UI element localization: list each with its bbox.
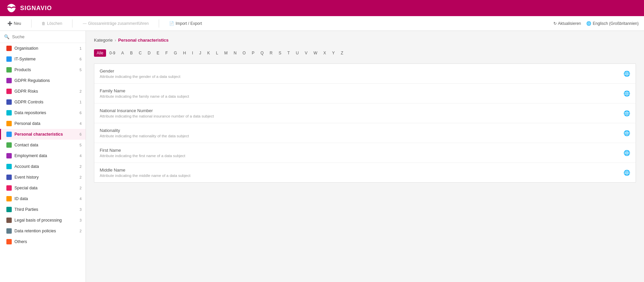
breadcrumb-separator: › (115, 38, 116, 43)
entry-item-2[interactable]: National Insurance Number Attribute indi… (94, 103, 636, 123)
alpha-btn-p[interactable]: P (249, 49, 257, 57)
entry-content-1: Family Name Attribute indicating the fam… (100, 88, 624, 98)
sidebar-count-account-data: 2 (80, 164, 82, 169)
search-bar[interactable]: 🔍 (0, 31, 86, 43)
new-icon: ➕ (7, 21, 12, 26)
alpha-btn-alle[interactable]: Alle (94, 49, 106, 57)
entry-item-1[interactable]: Family Name Attribute indicating the fam… (94, 84, 636, 103)
entry-content-5: Middle Name Attribute indicating the mid… (100, 168, 624, 178)
alpha-btn-b[interactable]: B (127, 49, 135, 57)
sidebar-item-id-data[interactable]: ID data 4 (0, 193, 86, 204)
sidebar-label-others: Others (14, 239, 80, 244)
alpha-btn-h[interactable]: H (180, 49, 189, 57)
alpha-btn-t[interactable]: T (285, 49, 292, 57)
sidebar-item-it-systeme[interactable]: IT-Systeme 6 (0, 54, 86, 64)
merge-button[interactable]: ⸻ Glossareinträge zusammenführen (81, 20, 151, 27)
alpha-btn-o[interactable]: O (240, 49, 248, 57)
alpha-btn-09[interactable]: 0-9 (107, 49, 118, 57)
alpha-btn-a[interactable]: A (118, 49, 127, 57)
alpha-btn-l[interactable]: L (213, 49, 221, 57)
sidebar-item-gdpr-controls[interactable]: GDPR Controls 1 (0, 97, 86, 107)
search-icon: 🔍 (4, 34, 9, 39)
alpha-btn-u[interactable]: U (293, 49, 302, 57)
sidebar-item-personal-data[interactable]: Personal data 4 (0, 118, 86, 129)
alpha-btn-w[interactable]: W (311, 49, 320, 57)
entry-item-5[interactable]: Middle Name Attribute indicating the mid… (94, 163, 636, 182)
sidebar-icon-gdpr-risks (6, 89, 12, 94)
alpha-btn-q[interactable]: Q (258, 49, 266, 57)
merge-icon: ⸻ (83, 21, 87, 26)
sidebar-count-employment-data: 4 (80, 154, 82, 158)
alpha-btn-x[interactable]: X (321, 49, 329, 57)
sidebar-count-third-parties: 3 (80, 207, 82, 211)
sidebar-count-id-data: 4 (80, 197, 82, 201)
alpha-btn-r[interactable]: R (267, 49, 276, 57)
sidebar-label-gdpr-regulations: GDPR Regulations (14, 78, 80, 83)
entry-desc-1: Attribute indicating the family name of … (100, 94, 624, 98)
sidebar-count-contact-data: 5 (80, 143, 82, 147)
sidebar-item-third-parties[interactable]: Third Parties 3 (0, 204, 86, 215)
sidebar-item-others[interactable]: Others (0, 236, 86, 247)
sidebar-item-account-data[interactable]: Account data 2 (0, 161, 86, 172)
entry-item-3[interactable]: Nationality Attribute indicating the nat… (94, 123, 636, 143)
alpha-btn-j[interactable]: J (196, 49, 204, 57)
sidebar-icon-products (6, 67, 12, 73)
sidebar-item-event-history[interactable]: Event history 2 (0, 172, 86, 183)
entry-item-4[interactable]: First Name Attribute indicating the firs… (94, 143, 636, 163)
refresh-button[interactable]: ↻ Aktualisieren (553, 21, 581, 26)
entry-title-5: Middle Name (100, 168, 624, 173)
alpha-btn-s[interactable]: S (276, 49, 284, 57)
language-button[interactable]: 🌐 Englisch (Großbritannien) (586, 21, 639, 26)
sidebar-item-legal-basis[interactable]: Legal basis of processing 3 (0, 215, 86, 226)
sidebar-icon-gdpr-regulations (6, 78, 12, 83)
alpha-btn-y[interactable]: Y (330, 49, 338, 57)
sidebar-label-gdpr-risks: GDPR Risks (14, 89, 78, 94)
sidebar-icon-special-data (6, 185, 12, 191)
toolbar-divider-3 (159, 19, 159, 28)
logo: SIGNAVIO (5, 2, 52, 14)
alpha-btn-g[interactable]: G (171, 49, 180, 57)
sidebar-label-gdpr-controls: GDPR Controls (14, 100, 78, 104)
alpha-btn-d[interactable]: D (145, 49, 153, 57)
alpha-btn-i[interactable]: I (189, 49, 196, 57)
sidebar-item-organisation[interactable]: Organisation 1 (0, 43, 86, 54)
new-button[interactable]: ➕ Neu (5, 20, 23, 27)
entry-title-3: Nationality (100, 128, 624, 133)
import-export-button[interactable]: 📄 Import / Export (167, 20, 204, 27)
alpha-btn-k[interactable]: K (204, 49, 212, 57)
sidebar-count-personal-characteristics: 6 (80, 132, 82, 136)
sidebar-label-personal-data: Personal data (14, 121, 78, 126)
alpha-btn-m[interactable]: M (221, 49, 230, 57)
alpha-btn-c[interactable]: C (136, 49, 144, 57)
sidebar-label-special-data: Special data (14, 186, 78, 190)
sidebar-item-data-repositories[interactable]: Data repositories 6 (0, 107, 86, 118)
sidebar-label-personal-characteristics: Personal characteristics (14, 132, 78, 137)
toolbar-divider-2 (72, 19, 72, 28)
sidebar-item-special-data[interactable]: Special data 2 (0, 183, 86, 193)
search-input[interactable] (12, 34, 82, 39)
delete-button[interactable]: 🗑 Löschen (40, 20, 64, 27)
topbar: SIGNAVIO (0, 0, 644, 16)
entry-desc-0: Attribute indicating the gender of a dat… (100, 75, 624, 79)
entry-title-4: First Name (100, 148, 624, 153)
sidebar-item-gdpr-risks[interactable]: GDPR Risks 2 (0, 86, 86, 97)
alpha-btn-v[interactable]: V (302, 49, 310, 57)
sidebar-item-employment-data[interactable]: Employment data 4 (0, 150, 86, 161)
alpha-btn-z[interactable]: Z (338, 49, 346, 57)
entry-item-0[interactable]: Gender Attribute indicating the gender o… (94, 64, 636, 84)
sidebar-item-products[interactable]: Products 5 (0, 64, 86, 75)
alpha-btn-f[interactable]: F (163, 49, 170, 57)
sidebar-count-gdpr-risks: 2 (80, 89, 82, 93)
sidebar-icon-others (6, 239, 12, 244)
sidebar-item-contact-data[interactable]: Contact data 5 (0, 140, 86, 150)
entry-globe-icon-0: 🌐 (624, 70, 630, 77)
alpha-btn-e[interactable]: E (154, 49, 162, 57)
alpha-btn-n[interactable]: N (231, 49, 239, 57)
sidebar-item-data-retention[interactable]: Data retention policies 2 (0, 226, 86, 236)
import-export-icon: 📄 (169, 21, 174, 26)
sidebar-item-personal-characteristics[interactable]: Personal characteristics 6 (0, 129, 86, 140)
sidebar-item-gdpr-regulations[interactable]: GDPR Regulations (0, 75, 86, 86)
sidebar-icon-id-data (6, 196, 12, 201)
breadcrumb-kategorie: Kategorie (94, 38, 113, 43)
entry-content-4: First Name Attribute indicating the firs… (100, 148, 624, 158)
